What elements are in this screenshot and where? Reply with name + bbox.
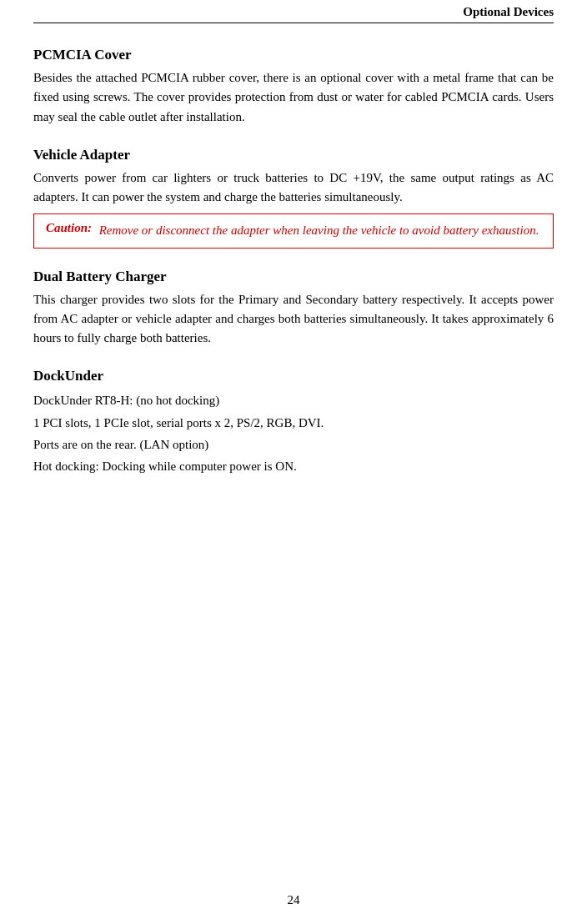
caution-text: Remove or disconnect the adapter when le… <box>97 221 541 240</box>
section-pcmcia: PCMCIA Cover Besides the attached PCMCIA… <box>33 47 554 127</box>
vehicle-body: Converts power from car lighters or truc… <box>33 168 554 208</box>
vehicle-title: Vehicle Adapter <box>33 147 554 163</box>
dual-battery-body: This charger provides two slots for the … <box>33 290 554 349</box>
page-header: Optional Devices <box>33 0 554 23</box>
dockunder-line1: DockUnder RT8-H: (no hot docking) <box>33 389 554 411</box>
dockunder-title: DockUnder <box>33 368 554 384</box>
caution-label: Caution: <box>46 221 92 235</box>
header-title: Optional Devices <box>463 5 554 18</box>
pcmcia-title: PCMCIA Cover <box>33 47 554 63</box>
caution-box: Caution: Remove or disconnect the adapte… <box>33 213 554 248</box>
dockunder-list: DockUnder RT8-H: (no hot docking) 1 PCI … <box>33 389 554 477</box>
section-dual-battery: Dual Battery Charger This charger provid… <box>33 269 554 349</box>
dockunder-line2: 1 PCI slots, 1 PCIe slot, serial ports x… <box>33 412 554 434</box>
dual-battery-title: Dual Battery Charger <box>33 269 554 285</box>
dockunder-line3: Ports are on the rear. (LAN option) <box>33 434 554 455</box>
page-container: Optional Devices PCMCIA Cover Besides th… <box>0 0 587 924</box>
page-footer: 24 <box>0 893 587 907</box>
dockunder-line4: Hot docking: Docking while computer powe… <box>33 455 554 477</box>
page-number: 24 <box>288 893 300 906</box>
section-vehicle: Vehicle Adapter Converts power from car … <box>33 147 554 249</box>
section-dockunder: DockUnder DockUnder RT8-H: (no hot docki… <box>33 368 554 477</box>
pcmcia-body: Besides the attached PCMCIA rubber cover… <box>33 68 554 127</box>
